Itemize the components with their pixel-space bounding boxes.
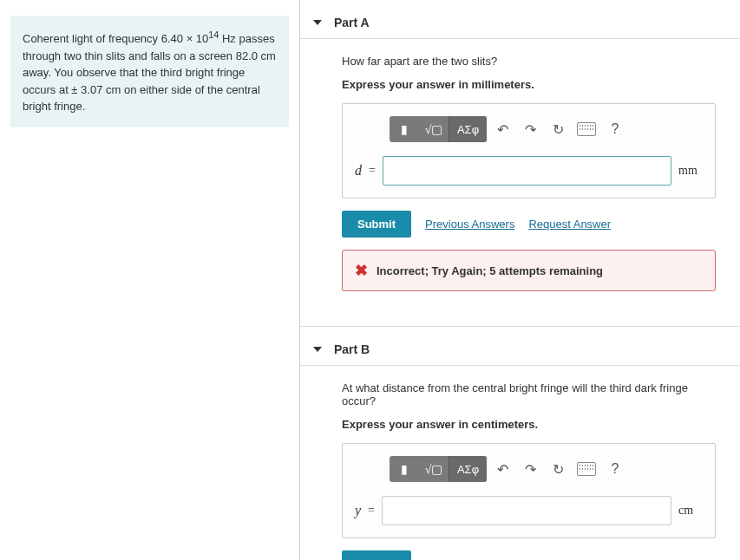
undo-icon[interactable]: ↶ (490, 116, 514, 142)
feedback-text: Incorrect; Try Again; 5 attempts remaini… (377, 264, 603, 277)
distance-2: 3.07 cm (78, 83, 121, 96)
part-b-question: At what distance from the central bright… (342, 381, 716, 407)
part-a-question: How far apart are the two slits? (342, 55, 716, 68)
sqrt-icon: √▢ (425, 122, 443, 137)
equals-sign: = (369, 164, 376, 178)
template-tool-button[interactable]: ▮ (390, 116, 419, 142)
part-b-answer-box: ▮ √▢ ΑΣφ ↶ ↷ ↻ ? y = cm (342, 443, 716, 538)
part-a-actions: Submit Previous Answers Request Answer (342, 211, 716, 238)
request-answer-link[interactable]: Request Answer (528, 218, 611, 231)
part-b-actions: Submit Request Answer (342, 550, 716, 560)
equals-sign: = (368, 504, 375, 518)
part-b-answer-input[interactable] (382, 496, 671, 525)
fraction-icon: ▮ (401, 462, 408, 477)
caret-down-icon (313, 20, 322, 25)
reset-icon[interactable]: ↻ (546, 456, 570, 482)
problem-text: Coherent light of frequency (23, 32, 161, 45)
redo-icon[interactable]: ↷ (518, 456, 542, 482)
part-a-feedback: ✖ Incorrect; Try Again; 5 attempts remai… (342, 250, 716, 291)
greek-tool-button[interactable]: ΑΣφ (449, 456, 487, 482)
greek-tool-button[interactable]: ΑΣφ (449, 116, 487, 142)
frequency-value: 6.40 × 10 (161, 32, 209, 45)
part-a-submit-button[interactable]: Submit (342, 211, 411, 238)
keyboard-icon[interactable] (577, 462, 596, 476)
part-b-title: Part B (334, 342, 370, 356)
frequency-exponent: 14 (208, 29, 219, 40)
unit-mm: mm (678, 164, 703, 178)
part-a-answer-box: ▮ √▢ ΑΣφ ↶ ↷ ↻ ? d = mm (342, 103, 716, 199)
sqrt-icon: √▢ (425, 462, 443, 477)
part-a-instruction: Express your answer in millimeters. (342, 78, 716, 91)
sqrt-tool-button[interactable]: √▢ (419, 116, 449, 142)
part-a-header[interactable]: Part A (300, 0, 740, 39)
frequency-unit: Hz (219, 32, 236, 45)
variable-y: y (355, 503, 361, 518)
fraction-icon: ▮ (401, 122, 408, 137)
part-b-body: At what distance from the central bright… (300, 381, 740, 560)
part-b-header[interactable]: Part B (300, 327, 740, 366)
part-a-title: Part A (334, 16, 370, 29)
part-a-answer-input[interactable] (383, 156, 671, 186)
unit-cm: cm (678, 504, 703, 518)
plus-minus: ± (71, 83, 77, 96)
redo-icon[interactable]: ↷ (518, 116, 542, 142)
tool-group: ▮ √▢ ΑΣφ (390, 456, 487, 482)
part-a-input-row: d = mm (355, 156, 703, 186)
keyboard-icon[interactable] (577, 122, 596, 136)
part-b-instruction: Express your answer in centimeters. (342, 418, 716, 431)
tool-group: ▮ √▢ ΑΣφ (390, 116, 487, 142)
part-b-input-row: y = cm (355, 496, 703, 525)
x-icon: ✖ (355, 261, 368, 280)
part-a-toolbar: ▮ √▢ ΑΣφ ↶ ↷ ↻ ? (390, 116, 703, 142)
variable-d: d (355, 163, 362, 179)
reset-icon[interactable]: ↻ (546, 116, 570, 142)
template-tool-button[interactable]: ▮ (390, 456, 419, 482)
part-a-body: How far apart are the two slits? Express… (300, 55, 740, 309)
part-b-submit-button[interactable]: Submit (342, 550, 411, 560)
previous-answers-link[interactable]: Previous Answers (425, 218, 514, 231)
part-b-toolbar: ▮ √▢ ΑΣφ ↶ ↷ ↻ ? (390, 456, 703, 482)
problem-statement: Coherent light of frequency 6.40 × 1014 … (10, 16, 289, 127)
caret-down-icon (313, 347, 322, 352)
help-icon[interactable]: ? (603, 116, 627, 142)
undo-icon[interactable]: ↶ (490, 456, 514, 482)
sqrt-tool-button[interactable]: √▢ (419, 456, 449, 482)
distance-1: 82.0 cm (236, 49, 276, 62)
help-icon[interactable]: ? (603, 456, 627, 482)
